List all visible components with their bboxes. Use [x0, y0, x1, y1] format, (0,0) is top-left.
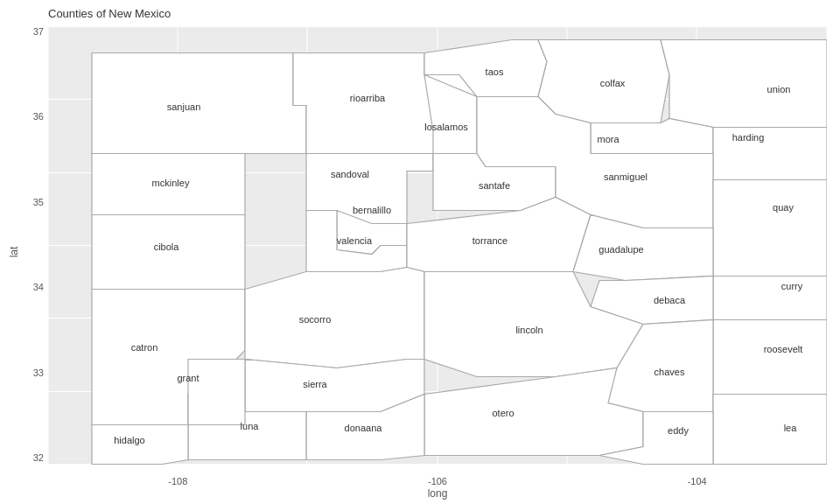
y-tick-36: 36	[33, 111, 44, 123]
label-sanjuan: sanjuan	[167, 102, 201, 112]
label-luna: luna	[241, 421, 260, 431]
label-guadalupe: guadalupe	[598, 244, 643, 255]
label-bernalillo: bernalillo	[353, 205, 391, 215]
x-axis-label: long	[48, 487, 827, 500]
label-roosevelt: roosevelt	[764, 344, 803, 354]
y-tick-32: 32	[33, 452, 44, 465]
x-tick-104: -104	[688, 476, 707, 486]
label-taos: taos	[486, 66, 504, 77]
chart-title: Counties of New Mexico	[48, 7, 171, 20]
y-tick-37: 37	[33, 26, 44, 38]
label-santafe: santafe	[479, 180, 510, 191]
label-mckinley: mckinley	[152, 178, 190, 188]
y-tick-35: 35	[33, 197, 44, 209]
label-quay: quay	[773, 202, 794, 213]
svg-marker-32	[713, 276, 827, 320]
svg-marker-27	[92, 215, 245, 290]
label-sierra: sierra	[303, 379, 327, 389]
label-union: union	[767, 84, 791, 94]
label-chaves: chaves	[654, 367, 685, 377]
label-harding: harding	[732, 132, 765, 143]
plot-area: sanjuan rioarriba taos colfax union mora…	[48, 26, 827, 465]
label-lincoln: lincoln	[515, 325, 542, 335]
svg-marker-26	[713, 180, 827, 276]
svg-marker-45	[188, 360, 245, 425]
svg-marker-37	[713, 320, 827, 395]
x-tick-108: -108	[168, 476, 187, 486]
label-eddy: eddy	[668, 425, 689, 436]
label-sandoval: sandoval	[331, 169, 369, 179]
label-socorro: socorro	[299, 314, 332, 325]
chart-container: Counties of New Mexico lat 37 36 35 34 3…	[0, 0, 840, 504]
label-debaca: debaca	[654, 295, 686, 305]
y-axis: 37 36 35 34 33 32	[0, 26, 48, 465]
label-curry: curry	[781, 281, 803, 291]
label-otero: otero	[492, 408, 514, 418]
label-cibola: cibola	[154, 242, 180, 252]
label-catron: catron	[131, 342, 158, 353]
label-colfax: colfax	[600, 78, 626, 88]
label-mora: mora	[597, 134, 620, 144]
map-svg: sanjuan rioarriba taos colfax union mora…	[48, 26, 827, 465]
svg-marker-35	[245, 268, 424, 368]
label-rioarriba: rioarriba	[350, 93, 386, 103]
x-axis: -108 -106 -104	[48, 476, 827, 486]
label-valencia: valencia	[337, 235, 373, 246]
y-tick-34: 34	[33, 282, 44, 294]
label-lea: lea	[784, 423, 798, 433]
label-torrance: torrance	[472, 235, 508, 246]
label-donaana: donaana	[345, 423, 383, 433]
label-losalamos: losalamos	[424, 122, 468, 132]
x-tick-106: -106	[428, 476, 447, 486]
label-sanmiguel: sanmiguel	[604, 172, 648, 182]
label-grant: grant	[177, 373, 199, 383]
y-tick-33: 33	[33, 368, 44, 380]
svg-marker-40	[713, 395, 827, 465]
svg-marker-20	[713, 128, 827, 180]
label-hidalgo: hidalgo	[114, 435, 144, 445]
svg-marker-41	[424, 368, 643, 456]
svg-marker-18	[661, 40, 827, 128]
